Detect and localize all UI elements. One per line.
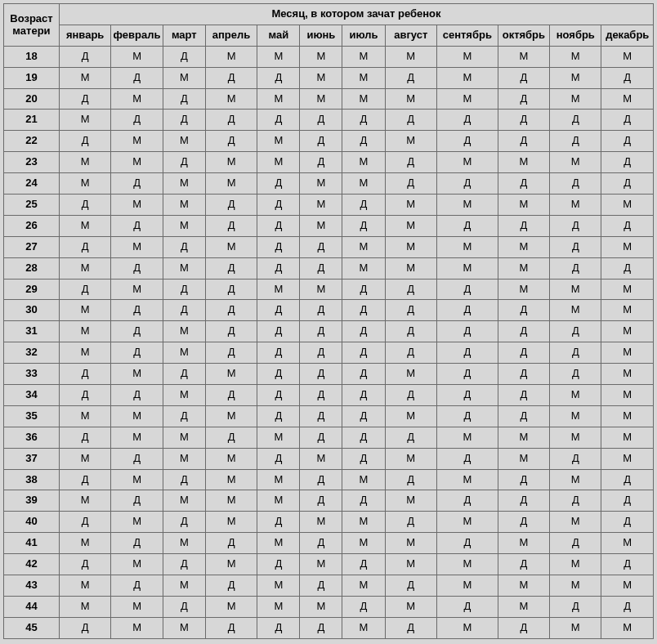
value-cell: Д [163, 110, 205, 131]
table-row: 42ДМДМДМДММДМД [4, 554, 654, 575]
value-cell: Д [385, 67, 436, 88]
value-cell: Д [498, 67, 549, 88]
value-cell: Д [59, 236, 110, 257]
value-cell: М [111, 279, 163, 300]
value-cell: М [498, 448, 549, 469]
value-cell: М [436, 469, 498, 490]
value-cell: М [601, 364, 654, 385]
value-cell: Д [436, 215, 498, 236]
value-cell: Д [342, 110, 385, 131]
table-row: 18ДМДМММММММММ [4, 46, 654, 67]
month-header: ноябрь [550, 25, 601, 46]
value-cell: Д [300, 300, 342, 321]
value-cell: Д [163, 236, 205, 257]
value-cell: Д [257, 257, 300, 279]
table-row: 35ММДМДДДМДДММ [4, 405, 654, 427]
value-cell: М [498, 596, 549, 617]
value-cell: Д [342, 279, 385, 300]
value-cell: М [111, 364, 163, 385]
value-cell: Д [257, 342, 300, 364]
value-cell: Д [385, 342, 436, 364]
value-cell: М [59, 490, 110, 512]
value-cell: Д [498, 554, 549, 575]
value-cell: М [59, 448, 110, 469]
value-cell: М [601, 533, 654, 554]
value-cell: Д [385, 173, 436, 195]
month-header: июнь [300, 25, 342, 46]
value-cell: М [205, 46, 257, 67]
table-row: 29ДМДДММДДДМММ [4, 279, 654, 300]
value-cell: Д [257, 385, 300, 406]
value-cell: М [59, 257, 110, 279]
value-cell: М [436, 67, 498, 88]
value-cell: М [163, 490, 205, 512]
value-cell: М [550, 46, 601, 67]
value-cell: Д [498, 131, 549, 152]
value-cell: Д [205, 427, 257, 448]
value-cell: Д [59, 364, 110, 385]
table-row: 20ДМДММММММДММ [4, 88, 654, 110]
age-cell: 35 [4, 405, 60, 427]
value-cell: М [205, 236, 257, 257]
value-cell: М [342, 236, 385, 257]
value-cell: Д [257, 617, 300, 638]
value-cell: Д [498, 490, 549, 512]
value-cell: М [59, 67, 110, 88]
value-cell: Д [601, 173, 654, 195]
value-cell: М [111, 405, 163, 427]
value-cell: Д [601, 596, 654, 617]
month-header: май [257, 25, 300, 46]
value-cell: М [342, 617, 385, 638]
value-cell: Д [436, 364, 498, 385]
value-cell: Д [59, 512, 110, 533]
value-cell: М [385, 236, 436, 257]
value-cell: М [59, 321, 110, 342]
table-row: 45ДММДДДМДМДММ [4, 617, 654, 638]
value-cell: Д [300, 405, 342, 427]
value-cell: М [163, 195, 205, 216]
value-cell: М [436, 195, 498, 216]
value-cell: Д [342, 427, 385, 448]
value-cell: М [163, 448, 205, 469]
value-cell: М [436, 512, 498, 533]
gender-calendar-table: Возраст матери Месяц, в котором зачат ре… [3, 3, 654, 639]
month-header: октябрь [498, 25, 549, 46]
value-cell: Д [59, 46, 110, 67]
value-cell: М [385, 533, 436, 554]
value-cell: М [550, 152, 601, 173]
value-cell: М [163, 342, 205, 364]
value-cell: М [205, 596, 257, 617]
value-cell: Д [436, 342, 498, 364]
age-cell: 29 [4, 279, 60, 300]
value-cell: Д [205, 321, 257, 342]
age-cell: 24 [4, 173, 60, 195]
value-cell: Д [498, 469, 549, 490]
value-cell: М [300, 448, 342, 469]
value-cell: М [342, 257, 385, 279]
value-cell: М [342, 152, 385, 173]
value-cell: Д [163, 46, 205, 67]
value-cell: Д [550, 533, 601, 554]
value-cell: Д [205, 575, 257, 597]
value-cell: Д [498, 512, 549, 533]
value-cell: Д [385, 575, 436, 597]
table-body: 18ДМДМММММММММ19МДМДДММДМДМД20ДМДММММММД… [4, 46, 654, 638]
value-cell: М [550, 88, 601, 110]
value-cell: Д [111, 215, 163, 236]
value-cell: М [550, 279, 601, 300]
value-cell: Д [59, 195, 110, 216]
value-cell: Д [342, 405, 385, 427]
age-cell: 37 [4, 448, 60, 469]
value-cell: М [300, 195, 342, 216]
value-cell: Д [498, 173, 549, 195]
value-cell: Д [111, 533, 163, 554]
value-cell: М [550, 300, 601, 321]
value-cell: М [163, 321, 205, 342]
value-cell: Д [257, 448, 300, 469]
value-cell: Д [436, 131, 498, 152]
value-cell: М [300, 88, 342, 110]
value-cell: Д [385, 321, 436, 342]
age-cell: 44 [4, 596, 60, 617]
age-cell: 19 [4, 67, 60, 88]
value-cell: Д [163, 300, 205, 321]
